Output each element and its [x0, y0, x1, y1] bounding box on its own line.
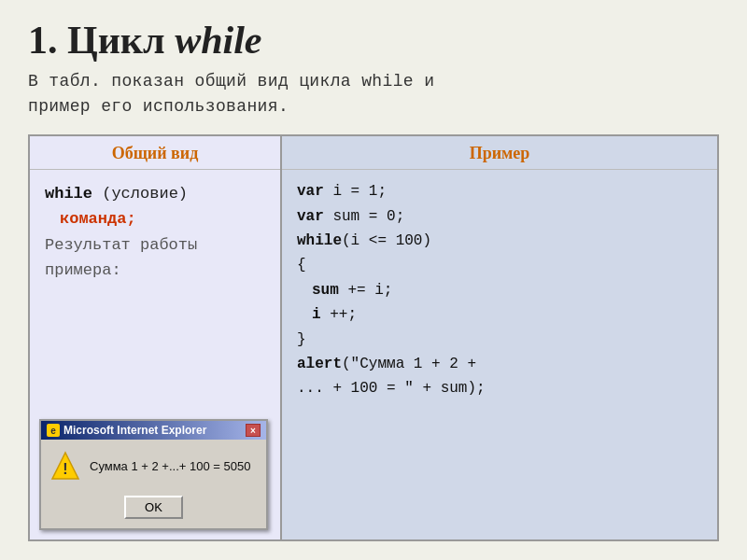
page-title: 1. Цикл while [28, 19, 719, 62]
syntax-while-line: while (условие) [45, 181, 265, 206]
description: В табл. показан общий вид цикла while и … [28, 69, 719, 119]
code-line-1: var i = 1; [297, 179, 702, 203]
syntax-result-line1: Результат работы [45, 232, 265, 258]
result-label-2: примера: [45, 261, 121, 279]
code-var2-rest: sum = 0; [324, 208, 404, 225]
code-line-5: sum += i; [297, 278, 702, 302]
code-var2: var [297, 208, 324, 225]
title-while-word: while [175, 19, 261, 62]
left-column-body: while (условие) команда; Результат работ… [30, 170, 280, 539]
ie-dialog-title: Microsoft Internet Explorer [63, 424, 206, 437]
description-line2: пример его использования. [28, 94, 719, 119]
content-table: Общий вид while (условие) команда; Резул… [28, 134, 719, 541]
title-text-prefix: 1. Цикл [28, 19, 175, 62]
page: 1. Цикл while В табл. показан общий вид … [0, 0, 747, 560]
svg-text:!: ! [63, 461, 67, 477]
ie-ok-button[interactable]: OK [124, 496, 183, 519]
code-line-4: { [297, 253, 702, 277]
right-column: Пример var i = 1; var sum = 0; while(i <… [282, 136, 717, 539]
syntax-result-line2: примера: [45, 258, 265, 283]
ie-app-icon: e [47, 424, 60, 437]
left-column: Общий вид while (условие) команда; Резул… [30, 136, 282, 539]
left-column-header: Общий вид [30, 136, 280, 170]
code-i-rest: ++; [321, 306, 357, 323]
syntax-command-line: команда; [45, 206, 265, 231]
code-line-8: alert("Сумма 1 + 2 + [297, 352, 702, 376]
code-line-7: } [297, 328, 702, 352]
code-i: i [312, 306, 321, 323]
ie-dialog-body: ! Сумма 1 + 2 +...+ 100 = 5050 [41, 440, 266, 490]
code-var1-rest: i = 1; [324, 183, 387, 200]
keyword-while: while [45, 185, 92, 203]
code-line-2: var sum = 0; [297, 204, 702, 229]
ie-dialog-footer: OK [41, 490, 266, 528]
ie-titlebar-left: e Microsoft Internet Explorer [47, 424, 206, 437]
result-label-1: Результат работы [45, 236, 197, 254]
right-column-header: Пример [282, 136, 717, 170]
command-text: команда; [60, 210, 136, 228]
code-var1: var [297, 183, 324, 200]
ie-dialog-message: Сумма 1 + 2 +...+ 100 = 5050 [90, 459, 257, 473]
ie-dialog: e Microsoft Internet Explorer × ! Сумма … [39, 419, 268, 530]
code-while-cond: (i <= 100) [342, 232, 431, 249]
description-line1: В табл. показан общий вид цикла while и [28, 69, 719, 94]
ie-close-button[interactable]: × [246, 424, 261, 437]
code-alert-arg1: ("Сумма 1 + 2 + [342, 356, 476, 372]
code-sum: sum [312, 282, 339, 299]
ie-titlebar: e Microsoft Internet Explorer × [41, 421, 266, 440]
code-line-9: ... + 100 = " + sum); [297, 376, 702, 400]
code-alert: alert [297, 356, 342, 372]
right-column-body: var i = 1; var sum = 0; while(i <= 100) … [282, 170, 717, 539]
code-line-3: while(i <= 100) [297, 229, 702, 253]
code-alert-arg2: ... + 100 = " + sum); [297, 380, 486, 397]
code-while: while [297, 232, 342, 249]
ie-warning-icon: ! [50, 451, 80, 481]
code-sum-rest: += i; [339, 282, 393, 299]
code-line-6: i ++; [297, 302, 702, 327]
while-condition: (условие) [92, 185, 188, 203]
